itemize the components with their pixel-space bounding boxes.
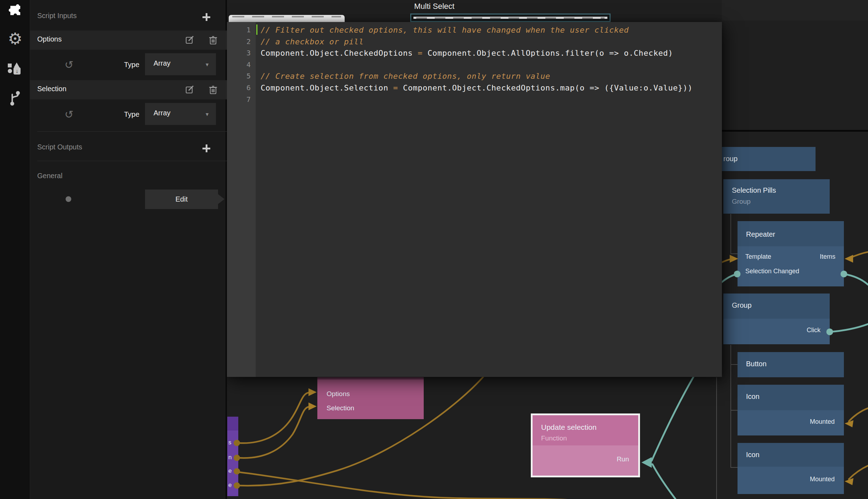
node-header: [227, 417, 238, 431]
properties-panel: Script Inputs Options ↺ Type Array ▼: [30, 0, 227, 499]
port-mounted[interactable]: Mounted: [810, 476, 835, 483]
node-selection-pills[interactable]: Selection Pills Group: [723, 179, 830, 214]
line-number: 6: [226, 82, 251, 94]
node-body: Mounted: [738, 410, 844, 435]
node-purple-fragment[interactable]: s n e e: [227, 417, 238, 496]
node-button[interactable]: Button: [738, 352, 844, 377]
code-text: Component.Object.Selection = Component.O…: [261, 82, 719, 94]
script-editor[interactable]: 1// Filter out checked options, this wil…: [226, 22, 722, 377]
port-fragment: e: [228, 482, 232, 489]
port-mounted[interactable]: Mounted: [810, 418, 835, 426]
code-line[interactable]: 4: [226, 59, 722, 71]
node-checked-options[interactable]: Options Selection: [317, 377, 424, 419]
tree-line: [730, 364, 738, 365]
line-number: 3: [226, 47, 251, 59]
tree-line: [730, 467, 738, 468]
port-run[interactable]: Run: [617, 455, 629, 463]
input-name: Selection: [37, 85, 66, 93]
node-icon-top[interactable]: Icon Mounted: [738, 385, 844, 435]
edit-icon[interactable]: [185, 35, 195, 45]
port-selection[interactable]: Selection: [327, 404, 354, 412]
code-text: // Create selection from checked options…: [261, 70, 719, 82]
node-body: Click: [723, 319, 830, 344]
node-title: roup: [723, 155, 738, 163]
preview-component-label: Multi Select: [414, 2, 455, 11]
ui-preview-list: [229, 15, 345, 22]
node-title: Repeater: [746, 230, 775, 238]
tree-line: [730, 345, 731, 468]
triangle-shape: [14, 62, 20, 67]
code-text: // a checkbox or pill: [261, 36, 719, 48]
type-label: Type: [115, 61, 139, 69]
connection-dot[interactable]: [66, 196, 71, 202]
node-update-selection[interactable]: Update selection Function Run: [531, 413, 640, 477]
delete-icon[interactable]: [208, 85, 218, 94]
node-title: Group: [732, 301, 752, 309]
code-line[interactable]: 7: [226, 94, 722, 105]
add-input-button[interactable]: [202, 12, 211, 22]
delete-icon[interactable]: [208, 35, 218, 45]
node-group-partial[interactable]: roup: [722, 147, 816, 171]
node-body: Template Items Selection Changed: [738, 246, 844, 286]
reset-icon[interactable]: ↺: [65, 109, 73, 120]
node-repeater[interactable]: Repeater Template Items Selection Change…: [738, 221, 844, 286]
line-number: 1: [226, 24, 251, 36]
edit-script-button[interactable]: Edit: [145, 190, 218, 209]
tree-line: [730, 253, 738, 254]
edit-icon[interactable]: [185, 85, 195, 94]
port-selection-changed[interactable]: Selection Changed: [745, 268, 799, 275]
port-template[interactable]: Template: [745, 253, 771, 261]
chevron-down-icon: ▼: [205, 111, 210, 117]
port-options[interactable]: Options: [327, 390, 350, 398]
section-script-outputs: Script Outputs: [37, 143, 82, 151]
canvas-separator-line: [722, 130, 868, 132]
divider: [37, 131, 227, 132]
dropdown-value: Array: [154, 59, 171, 67]
shapes-icon[interactable]: ↓: [8, 62, 23, 77]
code-line[interactable]: 2// a checkbox or pill: [226, 36, 722, 48]
gear-icon[interactable]: ⚙: [0, 31, 30, 47]
tree-line: [730, 214, 731, 254]
node-title: Update selection: [541, 423, 596, 432]
tree-line: [716, 377, 717, 499]
code-line[interactable]: 3Component.Object.CheckedOptions = Compo…: [226, 47, 722, 59]
code-line[interactable]: 5// Create selection from checked option…: [226, 70, 722, 82]
code-text: // Filter out checked options, this will…: [261, 24, 719, 36]
port-fragment: s: [228, 439, 232, 446]
type-label: Type: [115, 110, 139, 119]
dropdown-value: Array: [154, 109, 171, 117]
code-line[interactable]: 1// Filter out checked options, this wil…: [226, 24, 722, 36]
node-title: Icon: [746, 393, 760, 401]
port-items[interactable]: Items: [820, 253, 835, 261]
node-group[interactable]: Group Click: [723, 294, 830, 344]
ui-preview-multiselect-field: [413, 17, 607, 19]
node-body: Run: [533, 445, 638, 476]
reset-icon[interactable]: ↺: [65, 60, 73, 70]
add-output-button[interactable]: [202, 144, 211, 153]
square-shape: [8, 64, 12, 67]
type-dropdown-options[interactable]: Array ▼: [145, 53, 216, 75]
input-name: Options: [37, 35, 62, 43]
node-title: Button: [746, 360, 767, 368]
input-row-options[interactable]: Options: [30, 31, 227, 50]
node-body: Mounted: [738, 467, 844, 494]
node-icon-bottom[interactable]: Icon Mounted: [738, 443, 844, 494]
port-fragment: e: [228, 467, 232, 475]
git-branch-icon[interactable]: [0, 89, 30, 106]
node-subtitle: Function: [541, 434, 567, 442]
puzzle-icon[interactable]: [0, 4, 30, 18]
type-dropdown-selection[interactable]: Array ▼: [145, 103, 216, 125]
section-general: General: [37, 172, 62, 180]
circle-shape: [8, 69, 12, 73]
port-click[interactable]: Click: [807, 327, 820, 334]
download-shape: ↓: [13, 67, 21, 75]
chevron-down-icon: ▼: [205, 62, 210, 67]
line-number: 4: [226, 59, 251, 71]
editor-cursor: [256, 24, 257, 35]
code-line[interactable]: 6Component.Object.Selection = Component.…: [226, 82, 722, 94]
activity-bar: ⚙ ↓: [0, 0, 30, 499]
app-window: Multi Select roup Selection Pills Group …: [0, 0, 868, 499]
line-number: 5: [226, 70, 251, 82]
code-text: Component.Object.CheckedOptions = Compon…: [261, 47, 719, 59]
input-row-selection[interactable]: Selection: [30, 80, 227, 99]
